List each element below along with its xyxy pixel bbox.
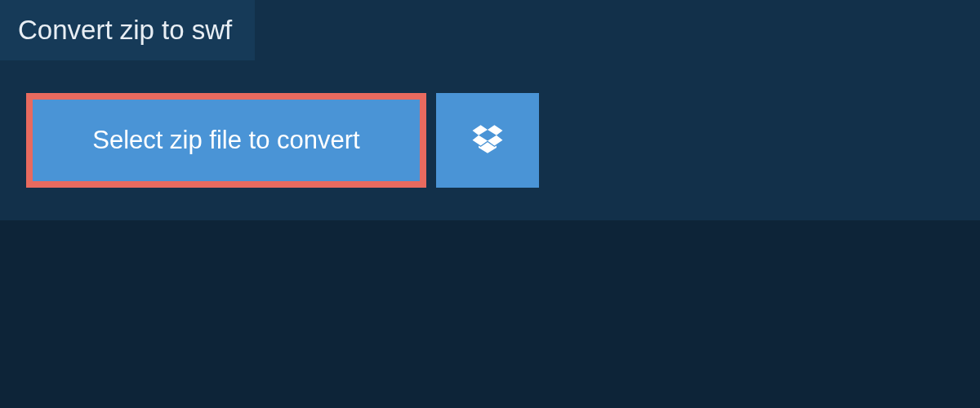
dropbox-icon [470,122,505,159]
dropbox-button[interactable] [436,93,539,188]
tab-title-text: Convert zip to swf [18,15,232,45]
button-row: Select zip file to convert [0,60,980,188]
tab-title: Convert zip to swf [0,0,255,60]
converter-panel: Convert zip to swf Select zip file to co… [0,0,980,220]
select-file-label: Select zip file to convert [92,126,359,155]
select-file-button[interactable]: Select zip file to convert [26,93,426,188]
